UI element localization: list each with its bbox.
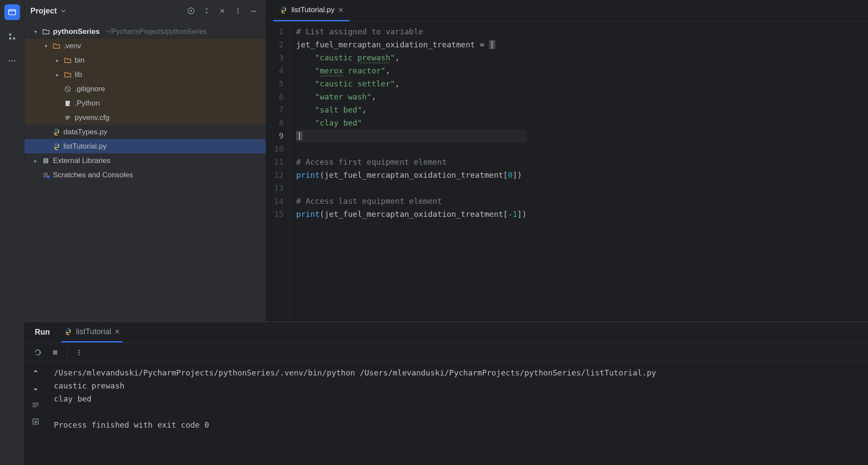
- editor-body[interactable]: 1 2 3 4 5 6 7 8 9 10 11 12 13 14 15 # Li…: [266, 22, 868, 322]
- down-arrow-icon[interactable]: [30, 383, 41, 394]
- tree-path: ~/PycharmProjects/pythonSeries: [106, 28, 207, 36]
- tree-external-libraries[interactable]: ▸ External Libraries: [24, 153, 266, 168]
- svg-rect-32: [33, 405, 39, 405]
- tree-label: pythonSeries: [53, 27, 100, 36]
- tree-listtutorial[interactable]: listTutorial.py: [24, 139, 266, 153]
- run-tab-run[interactable]: Run: [32, 322, 53, 342]
- gitignore-icon: [63, 85, 72, 93]
- editor-tab-listtutorial[interactable]: listTutorial.py: [273, 0, 350, 21]
- svg-point-6: [14, 60, 15, 61]
- up-arrow-icon[interactable]: [30, 366, 41, 378]
- python-file-icon: [279, 6, 288, 14]
- tree-scratches[interactable]: Scratches and Consoles: [24, 168, 266, 182]
- close-run-tab-icon[interactable]: [115, 329, 120, 334]
- python-file-icon: [52, 128, 61, 136]
- folder-icon: [63, 70, 72, 79]
- top-split: Project: [24, 0, 868, 322]
- tree-label: listTutorial.py: [63, 142, 107, 151]
- project-panel-header: Project: [24, 0, 266, 22]
- more-tool-button[interactable]: [4, 53, 20, 69]
- svg-rect-17: [66, 119, 69, 119]
- rerun-icon[interactable]: [32, 347, 43, 358]
- soft-wrap-icon[interactable]: [30, 399, 41, 411]
- svg-rect-24: [43, 175, 48, 175]
- more-actions-icon[interactable]: [73, 347, 85, 358]
- chevron-right-icon[interactable]: ▸: [54, 72, 61, 78]
- run-tab-file-label: listTutorial: [76, 327, 111, 336]
- line-gutter: 1 2 3 4 5 6 7 8 9 10 11 12 13 14 15: [266, 22, 290, 322]
- project-tree[interactable]: ▾ pythonSeries ~/PycharmProjects/pythonS…: [24, 22, 266, 322]
- chevron-down-icon[interactable]: [60, 8, 66, 14]
- line-number: 5: [266, 77, 284, 90]
- tree-label: .gitignore: [75, 85, 105, 93]
- svg-point-30: [79, 354, 80, 355]
- tree-datatypes[interactable]: dataTypes.py: [24, 125, 266, 139]
- project-tool-button[interactable]: [4, 4, 20, 20]
- line-number: 4: [266, 64, 284, 77]
- tree-lib[interactable]: ▸ lib: [24, 67, 266, 82]
- tree-pyvenvcfg[interactable]: pyvenv.cfg: [24, 110, 266, 125]
- line-number: 9: [266, 130, 284, 143]
- text-file-icon: [63, 113, 72, 122]
- svg-point-19: [55, 144, 56, 145]
- svg-point-11: [238, 13, 239, 14]
- line-number: 13: [266, 182, 284, 195]
- line-number: 10: [266, 143, 284, 156]
- options-icon[interactable]: [232, 5, 244, 17]
- editor-tab-label: listTutorial.py: [291, 6, 335, 14]
- stop-icon[interactable]: [50, 347, 61, 358]
- tree-venv[interactable]: ▾ .venv: [24, 39, 266, 53]
- minimize-icon[interactable]: [248, 5, 260, 17]
- hide-icon[interactable]: [216, 5, 228, 17]
- line-number: 14: [266, 195, 284, 208]
- tree-bin[interactable]: ▸ bin: [24, 53, 266, 67]
- main-area: Project: [24, 0, 868, 465]
- run-body: /Users/mlevanduski/PycharmProjects/pytho…: [24, 362, 868, 465]
- scratches-icon: [42, 171, 50, 179]
- scroll-to-end-icon[interactable]: [30, 416, 41, 427]
- svg-rect-33: [33, 406, 36, 407]
- select-opened-file-icon[interactable]: [185, 5, 197, 17]
- tree-label: lib: [75, 70, 82, 79]
- run-toolbar: [24, 343, 868, 362]
- svg-rect-12: [251, 11, 256, 12]
- svg-rect-3: [13, 37, 15, 40]
- line-number: 11: [266, 156, 284, 169]
- tree-label: External Libraries: [53, 156, 110, 165]
- tree-gitignore[interactable]: .gitignore: [24, 82, 266, 96]
- svg-rect-20: [43, 158, 45, 163]
- code-content[interactable]: # List assigned to variable jet_fuel_mer…: [290, 22, 527, 322]
- svg-rect-31: [33, 403, 39, 403]
- tree-label: bin: [75, 56, 85, 65]
- tree-label: pyvenv.cfg: [75, 113, 109, 122]
- run-output[interactable]: /Users/mlevanduski/PycharmProjects/pytho…: [47, 362, 868, 465]
- tree-label: .venv: [63, 42, 81, 50]
- svg-point-29: [79, 352, 80, 353]
- chevron-down-icon[interactable]: ▾: [32, 29, 39, 35]
- separator: [67, 348, 67, 357]
- run-panel: Run listTutorial: [24, 322, 868, 465]
- structure-tool-button[interactable]: [4, 29, 20, 44]
- chevron-right-icon[interactable]: ▸: [32, 158, 39, 164]
- chevron-down-icon[interactable]: ▾: [43, 43, 50, 49]
- tree-label: .Python: [75, 99, 100, 108]
- svg-rect-22: [47, 158, 48, 163]
- svg-rect-16: [66, 117, 70, 118]
- tree-python-link[interactable]: .Python: [24, 96, 266, 110]
- svg-rect-2: [9, 37, 11, 40]
- svg-point-8: [190, 10, 192, 12]
- line-number: 2: [266, 38, 284, 51]
- line-number: 6: [266, 90, 284, 103]
- chevron-right-icon[interactable]: ▸: [54, 57, 61, 63]
- close-tab-icon[interactable]: [338, 7, 343, 13]
- svg-rect-1: [9, 33, 11, 36]
- tree-label: dataTypes.py: [63, 128, 107, 136]
- tree-root[interactable]: ▾ pythonSeries ~/PycharmProjects/pythonS…: [24, 24, 266, 39]
- svg-rect-0: [9, 10, 16, 15]
- line-number: 15: [266, 208, 284, 221]
- left-tool-rail: [0, 0, 24, 465]
- run-tab-file[interactable]: listTutorial: [61, 322, 122, 342]
- library-icon: [42, 156, 50, 165]
- expand-collapse-icon[interactable]: [201, 5, 213, 17]
- editor-area: listTutorial.py 1 2 3 4 5 6 7 8 9 10 11 …: [266, 0, 868, 322]
